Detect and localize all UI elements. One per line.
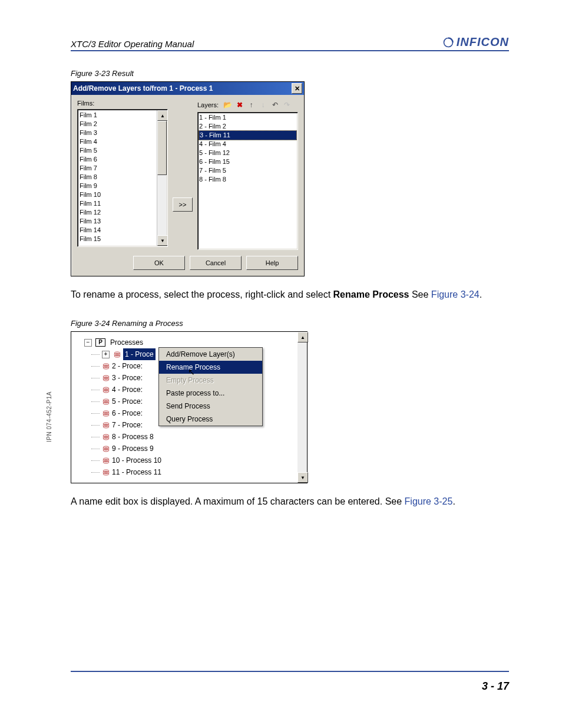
- layers-icon: [102, 457, 110, 463]
- paragraph-rename: To rename a process, select the process,…: [71, 288, 509, 301]
- films-label: Films:: [77, 100, 168, 107]
- layers-icon: [102, 469, 110, 475]
- film-item[interactable]: Film 11: [80, 199, 156, 208]
- film-item[interactable]: Film 14: [80, 226, 156, 235]
- scroll-up-icon[interactable]: ▲: [297, 332, 308, 342]
- add-remove-layers-dialog: Add/Remove Layers to/from 1 - Process 1 …: [71, 81, 305, 276]
- menu-item[interactable]: Add/Remove Layer(s): [159, 348, 262, 361]
- film-item[interactable]: Film 4: [80, 137, 156, 146]
- scroll-thumb[interactable]: [157, 121, 167, 175]
- layer-item[interactable]: 4 - Film 4: [199, 140, 296, 149]
- film-item[interactable]: Film 1: [80, 111, 156, 120]
- film-item[interactable]: Film 10: [80, 190, 156, 199]
- tree-expand-icon[interactable]: +: [102, 351, 110, 358]
- processes-folder-icon: P: [95, 338, 105, 347]
- ipn-code: IPN 074-452-P1A: [46, 391, 52, 442]
- layer-item[interactable]: 8 - Film 8: [199, 175, 296, 184]
- menu-item[interactable]: Rename Process: [159, 361, 262, 374]
- layers-listbox[interactable]: 1 - Film 12 - Film 23 - Film 114 - Film …: [197, 112, 298, 250]
- open-icon[interactable]: 📂: [223, 100, 233, 110]
- undo-icon[interactable]: ↶: [270, 100, 280, 110]
- figure-3-24-link[interactable]: Figure 3-24: [431, 289, 480, 299]
- films-listbox[interactable]: Film 1Film 2Film 3Film 4Film 5Film 6Film…: [77, 109, 168, 247]
- layer-item[interactable]: 7 - Film 5: [199, 166, 296, 175]
- film-item[interactable]: Film 7: [80, 164, 156, 173]
- films-scrollbar[interactable]: ▲ ▼: [157, 110, 167, 246]
- menu-item[interactable]: Query Process: [159, 413, 262, 426]
- context-menu: Add/Remove Layer(s)Rename ProcessEmpty P…: [158, 347, 263, 426]
- layers-icon: [113, 351, 121, 357]
- process-item[interactable]: 10 - Process 10: [102, 454, 305, 466]
- layer-item[interactable]: 5 - Film 12: [199, 149, 296, 157]
- process-tree-panel: − P Processes +1 - Proce2 - Proce:3 - Pr…: [71, 331, 308, 483]
- menu-item[interactable]: Send Process: [159, 400, 262, 413]
- move-down-icon[interactable]: ↓: [258, 100, 268, 110]
- redo-icon[interactable]: ↷: [282, 100, 292, 110]
- page-number: 3 - 17: [482, 680, 509, 693]
- layers-icon: [102, 434, 110, 440]
- tree-collapse-icon[interactable]: −: [84, 339, 92, 347]
- scroll-down-icon[interactable]: ▼: [297, 472, 308, 483]
- layers-label: Layers:: [197, 101, 219, 108]
- layers-icon: [102, 375, 110, 381]
- film-item[interactable]: Film 3: [80, 129, 156, 137]
- figure-3-25-link[interactable]: Figure 3-25: [405, 496, 453, 506]
- scroll-down-icon[interactable]: ▼: [157, 235, 168, 246]
- layers-icon: [102, 410, 110, 416]
- layer-item[interactable]: 6 - Film 15: [199, 157, 296, 166]
- ok-button[interactable]: OK: [133, 256, 185, 270]
- figure-caption-3-24: Figure 3-24 Renaming a Process: [71, 319, 509, 328]
- layer-item[interactable]: 2 - Film 2: [199, 122, 296, 131]
- process-item[interactable]: 9 - Process 9: [102, 443, 305, 454]
- film-item[interactable]: Film 15: [80, 235, 156, 243]
- process-item[interactable]: 8 - Process 8: [102, 431, 305, 443]
- layers-icon: [102, 422, 110, 428]
- layers-icon: [102, 363, 110, 369]
- menu-item[interactable]: Paste process to...: [159, 387, 262, 400]
- brand-logo: INFICON: [442, 35, 509, 49]
- process-item[interactable]: 11 - Process 11: [102, 466, 305, 478]
- cancel-button[interactable]: Cancel: [190, 256, 242, 270]
- move-right-button[interactable]: >>: [173, 197, 193, 212]
- footer-rule: [71, 671, 509, 672]
- tree-scrollbar[interactable]: ▲ ▼: [297, 332, 307, 483]
- layers-icon: [102, 387, 110, 393]
- help-button[interactable]: Help: [246, 256, 298, 270]
- paragraph-editbox: A name edit box is displayed. A maximum …: [71, 495, 509, 508]
- close-button[interactable]: ✕: [292, 83, 302, 94]
- doc-title: XTC/3 Editor Operating Manual: [71, 39, 194, 49]
- film-item[interactable]: Film 13: [80, 217, 156, 226]
- processes-root-label[interactable]: Processes: [110, 337, 143, 348]
- film-item[interactable]: Film 9: [80, 182, 156, 190]
- menu-item: Empty Process: [159, 374, 262, 387]
- figure-caption-3-23: Figure 3-23 Result: [71, 69, 509, 78]
- film-item[interactable]: Film 5: [80, 146, 156, 155]
- film-item[interactable]: Film 6: [80, 155, 156, 164]
- layer-item[interactable]: 3 - Film 11: [199, 130, 297, 140]
- move-up-icon[interactable]: ↑: [246, 100, 256, 110]
- layers-icon: [102, 398, 110, 404]
- film-item[interactable]: Film 2: [80, 120, 156, 129]
- dialog-title: Add/Remove Layers to/from 1 - Process 1: [73, 84, 213, 93]
- delete-icon[interactable]: ✖: [234, 100, 244, 110]
- layer-item[interactable]: 1 - Film 1: [199, 113, 296, 122]
- scroll-up-icon[interactable]: ▲: [157, 110, 168, 121]
- film-item[interactable]: Film 8: [80, 173, 156, 182]
- layers-icon: [102, 446, 110, 452]
- film-item[interactable]: Film 12: [80, 208, 156, 217]
